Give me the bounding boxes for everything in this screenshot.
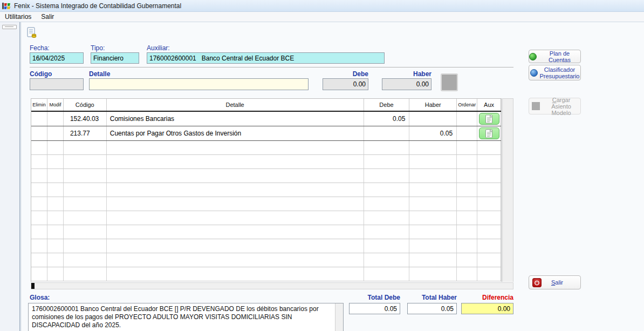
cell-haber [409, 197, 457, 211]
table-row[interactable]: 152.40.03Comisiones Bancarias0.05 [31, 112, 501, 126]
cell-elimin [31, 169, 47, 183]
cell-haber [409, 211, 457, 225]
cell-modif [47, 197, 64, 211]
add-entry-button[interactable] [441, 74, 457, 91]
hscroll-thumb[interactable] [31, 283, 35, 289]
total-haber-label: Total Haber [407, 294, 457, 301]
diferencia-label: Diferencia [461, 294, 513, 301]
header-codigo: Código [64, 99, 107, 111]
cell-haber [409, 155, 457, 168]
cell-ordenar [457, 169, 477, 183]
clasificador-label: ClasificadorPresupuestario [540, 66, 580, 79]
cell-modif [47, 239, 64, 253]
grid-empty-row [31, 169, 501, 183]
cell-detalle [107, 253, 364, 267]
cell-codigo [64, 197, 107, 211]
cell-elimin [31, 253, 47, 267]
cell-modif [47, 253, 64, 267]
grid-horizontal-scrollbar[interactable] [31, 282, 513, 289]
cell-aux [477, 225, 501, 239]
cell-modif [47, 141, 64, 154]
cell-detalle [107, 239, 364, 253]
cargar-asiento-modelo-button: Cargar AsientoModelo [529, 98, 581, 114]
grid-empty-row [31, 141, 501, 155]
cell-ordenar [457, 239, 477, 253]
tipo-input[interactable]: Financiero [91, 52, 139, 64]
grid-vertical-scrollbar[interactable] [502, 98, 513, 282]
codigo-label: Código [30, 70, 52, 78]
cell-debe [364, 183, 410, 197]
cell-debe [364, 197, 410, 211]
aux-detail-button[interactable] [479, 127, 499, 139]
menu-bar: Utilitarios Salir [0, 12, 644, 22]
cell-modif [47, 169, 64, 183]
codigo-input [30, 78, 84, 90]
diferencia-field: 0.00 [461, 303, 513, 314]
salir-label: Salir [551, 279, 563, 286]
gray-square-icon [532, 102, 540, 110]
cell-detalle [107, 211, 364, 225]
grid-empty-row [31, 183, 501, 197]
aux-detail-button[interactable] [479, 113, 499, 125]
window-title: Fenix - Sistema Integrado de Contabilida… [14, 2, 181, 10]
debe-input: 0.00 [323, 78, 368, 90]
detalle-input[interactable] [89, 78, 309, 90]
cell-elimin [31, 183, 47, 197]
cell-ordenar [457, 141, 477, 154]
plan-de-cuentas-label: Plan de Cuentas [539, 50, 580, 63]
cell-detalle [107, 225, 364, 239]
cell-ordenar [457, 267, 477, 281]
glosa-scrollbar[interactable] [335, 303, 343, 331]
cell-debe: 0.05 [364, 112, 410, 126]
cell-modif [47, 155, 64, 168]
cell-debe [364, 253, 410, 267]
blue-sphere-icon [530, 69, 538, 77]
glosa-textarea[interactable]: 1760002600001 Banco Central del Ecuador … [28, 303, 344, 331]
total-haber-field: 0.05 [407, 303, 457, 314]
cell-modif [47, 112, 64, 126]
cargar-asiento-label: Cargar AsientoModelo [542, 97, 580, 116]
fecha-label: Fecha: [30, 44, 50, 52]
cell-haber [409, 141, 457, 154]
menu-utilitarios[interactable]: Utilitarios [0, 12, 36, 22]
cell-codigo [64, 267, 107, 281]
table-row[interactable]: 213.77Cuentas por Pagar Otros Gastos de … [31, 126, 501, 141]
cell-modif [47, 183, 64, 197]
cell-ordenar [457, 211, 477, 225]
cell-aux [477, 211, 501, 225]
cell-detalle [107, 169, 364, 183]
journal-document-icon[interactable] [26, 27, 38, 39]
cell-haber [409, 267, 457, 281]
cell-debe [364, 239, 410, 253]
header-ordenar: Ordenar [457, 99, 477, 111]
tipo-label: Tipo: [91, 44, 105, 52]
cell-debe [364, 169, 410, 183]
grid-empty-row [31, 253, 501, 267]
cell-detalle: Cuentas por Pagar Otros Gastos de Invers… [107, 126, 364, 140]
auxiliar-input[interactable]: 1760002600001 Banco Central del Ecuador … [147, 52, 385, 64]
grid-empty-row [31, 267, 501, 281]
cell-aux [477, 141, 501, 154]
cell-debe [364, 155, 410, 168]
fecha-input[interactable]: 16/04/2025 [30, 52, 84, 64]
cell-debe [364, 126, 410, 140]
cell-codigo [64, 211, 107, 225]
header-elimin: Elimin [31, 99, 47, 111]
panel-splitter-handle[interactable] [2, 25, 17, 29]
cell-debe [364, 141, 410, 154]
cell-aux [477, 155, 501, 168]
cell-aux [477, 253, 501, 267]
cell-aux [477, 126, 501, 140]
salir-button[interactable]: Salir [529, 275, 581, 289]
grid-empty-row [31, 155, 501, 169]
plan-de-cuentas-button[interactable]: Plan de Cuentas [529, 50, 581, 63]
total-debe-field: 0.05 [349, 303, 400, 314]
clasificador-presupuestario-button[interactable]: ClasificadorPresupuestario [529, 65, 581, 80]
cell-ordenar [457, 183, 477, 197]
green-sphere-icon [529, 53, 537, 60]
cell-haber [409, 239, 457, 253]
cell-elimin [31, 239, 47, 253]
cell-elimin [31, 141, 47, 154]
cell-debe [364, 211, 410, 225]
menu-salir[interactable]: Salir [36, 12, 59, 22]
